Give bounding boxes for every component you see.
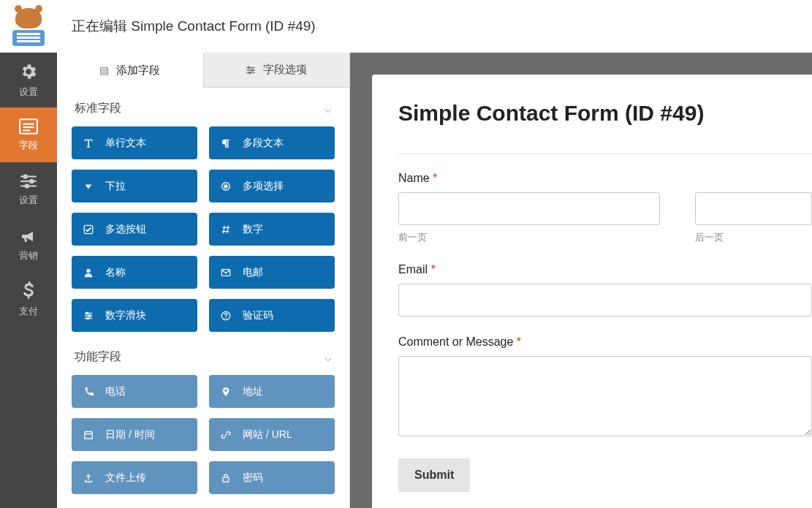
svg-point-30 bbox=[87, 317, 89, 319]
user-icon bbox=[83, 268, 95, 278]
field-button-label: 密码 bbox=[243, 471, 263, 485]
section-title: 功能字段 bbox=[75, 349, 121, 365]
field-button-label: 单行文本 bbox=[105, 137, 146, 150]
chevron-down-icon: ⌵ bbox=[325, 102, 332, 115]
submit-button[interactable]: Submit bbox=[398, 458, 470, 492]
hash-icon bbox=[221, 224, 232, 235]
calendar-icon bbox=[83, 430, 95, 440]
svg-point-13 bbox=[251, 69, 253, 70]
tab-field-options[interactable]: 字段选项 bbox=[204, 53, 350, 88]
tab-add-fields[interactable]: ▤ 添加字段 bbox=[57, 53, 204, 88]
svg-line-22 bbox=[227, 225, 229, 233]
dollar-icon bbox=[23, 281, 34, 300]
field-button-label: 名称 bbox=[105, 266, 126, 279]
caret-icon bbox=[83, 181, 95, 192]
divider bbox=[398, 153, 812, 154]
mail-icon bbox=[221, 268, 232, 278]
field-button-question[interactable]: 验证码 bbox=[209, 299, 335, 332]
link-icon bbox=[221, 430, 232, 440]
sliders-icon bbox=[19, 173, 38, 189]
field-button-paragraph[interactable]: 多段文本 bbox=[209, 126, 335, 159]
rail-label: 字段 bbox=[19, 139, 38, 152]
svg-point-5 bbox=[24, 175, 27, 178]
page-title: 正在编辑 Simple Contact Form (ID #49) bbox=[72, 17, 316, 36]
field-button-text[interactable]: 单行文本 bbox=[72, 126, 197, 159]
chevron-down-icon: ⌵ bbox=[325, 350, 332, 364]
app-logo bbox=[0, 0, 57, 53]
svg-rect-37 bbox=[223, 477, 229, 482]
field-label: Name * bbox=[398, 172, 812, 185]
section-title: 标准字段 bbox=[75, 101, 121, 116]
svg-rect-33 bbox=[85, 431, 93, 439]
field-button-pin[interactable]: 地址 bbox=[209, 375, 335, 408]
sliders-icon bbox=[246, 66, 256, 75]
svg-point-28 bbox=[88, 314, 91, 316]
field-button-check[interactable]: 多选按钮 bbox=[72, 213, 197, 246]
list-icon: ▤ bbox=[99, 64, 109, 76]
pin-icon bbox=[221, 387, 232, 397]
lock-icon bbox=[221, 473, 232, 483]
paragraph-icon bbox=[221, 138, 232, 148]
rail-item-payments[interactable]: 支付 bbox=[0, 272, 57, 327]
form-field-email[interactable]: Email * bbox=[398, 263, 812, 316]
comment-textarea[interactable] bbox=[398, 356, 812, 436]
last-name-input[interactable] bbox=[695, 192, 812, 225]
field-button-hash[interactable]: 数字 bbox=[209, 213, 335, 246]
field-button-mail[interactable]: 电邮 bbox=[209, 256, 335, 289]
rail-label: 支付 bbox=[19, 305, 38, 318]
rail-item-marketing[interactable]: 营销 bbox=[0, 217, 57, 272]
field-label: Comment or Message * bbox=[398, 335, 812, 349]
field-button-caret[interactable]: 下拉 bbox=[72, 170, 197, 202]
section-functional-header[interactable]: 功能字段 ⌵ bbox=[72, 349, 335, 375]
field-button-label: 电话 bbox=[105, 385, 126, 398]
field-label: Email * bbox=[398, 263, 812, 276]
sliders-icon bbox=[83, 311, 95, 321]
field-button-user[interactable]: 名称 bbox=[72, 256, 197, 289]
rail-label: 设置 bbox=[19, 194, 38, 207]
svg-point-17 bbox=[224, 184, 227, 187]
field-button-label: 电邮 bbox=[243, 266, 263, 279]
field-button-lock[interactable]: 密码 bbox=[209, 461, 335, 494]
field-button-label: 地址 bbox=[243, 385, 263, 398]
rail-item-settings[interactable]: 设置 bbox=[0, 162, 57, 217]
field-button-sliders[interactable]: 数字滑块 bbox=[72, 299, 197, 332]
field-button-label: 多段文本 bbox=[243, 137, 284, 150]
first-name-input[interactable] bbox=[398, 192, 660, 225]
text-icon bbox=[83, 138, 95, 148]
email-input[interactable] bbox=[398, 284, 812, 316]
tab-label: 添加字段 bbox=[116, 64, 160, 77]
form-field-comment[interactable]: Comment or Message * bbox=[398, 335, 812, 439]
form-icon bbox=[19, 118, 38, 134]
check-icon bbox=[83, 224, 95, 235]
svg-point-23 bbox=[86, 268, 90, 272]
svg-point-26 bbox=[86, 312, 88, 314]
field-button-upload[interactable]: 文件上传 bbox=[72, 461, 197, 494]
field-button-calendar[interactable]: 日期 / 时间 bbox=[72, 418, 197, 451]
field-button-label: 验证码 bbox=[243, 309, 273, 322]
field-button-label: 数字 bbox=[243, 223, 263, 236]
svg-line-21 bbox=[224, 225, 225, 233]
form-title: Simple Contact Form (ID #49) bbox=[398, 101, 812, 126]
svg-point-9 bbox=[26, 184, 29, 187]
form-field-name[interactable]: Name * 前一页 后一页 bbox=[398, 172, 812, 244]
rail-label: 设置 bbox=[19, 86, 38, 99]
svg-point-15 bbox=[249, 72, 251, 73]
svg-point-7 bbox=[30, 179, 33, 182]
field-button-label: 多选按钮 bbox=[105, 223, 146, 236]
field-button-radio[interactable]: 多项选择 bbox=[209, 170, 335, 202]
rail-item-setup[interactable]: 设置 bbox=[0, 53, 57, 107]
phone-icon bbox=[83, 387, 95, 397]
rail-label: 营销 bbox=[19, 249, 38, 262]
last-name-sublabel: 后一页 bbox=[695, 231, 812, 244]
field-button-label: 多项选择 bbox=[243, 180, 284, 193]
upload-icon bbox=[83, 473, 95, 483]
first-name-sublabel: 前一页 bbox=[398, 231, 660, 244]
field-button-label: 文件上传 bbox=[105, 471, 146, 485]
field-button-link[interactable]: 网站 / URL bbox=[209, 418, 335, 451]
field-button-label: 网站 / URL bbox=[243, 428, 292, 441]
gear-icon bbox=[19, 62, 38, 81]
field-button-phone[interactable]: 电话 bbox=[72, 375, 197, 408]
rail-item-fields[interactable]: 字段 bbox=[0, 107, 57, 162]
section-standard-header[interactable]: 标准字段 ⌵ bbox=[72, 101, 335, 126]
field-button-label: 下拉 bbox=[105, 180, 126, 193]
